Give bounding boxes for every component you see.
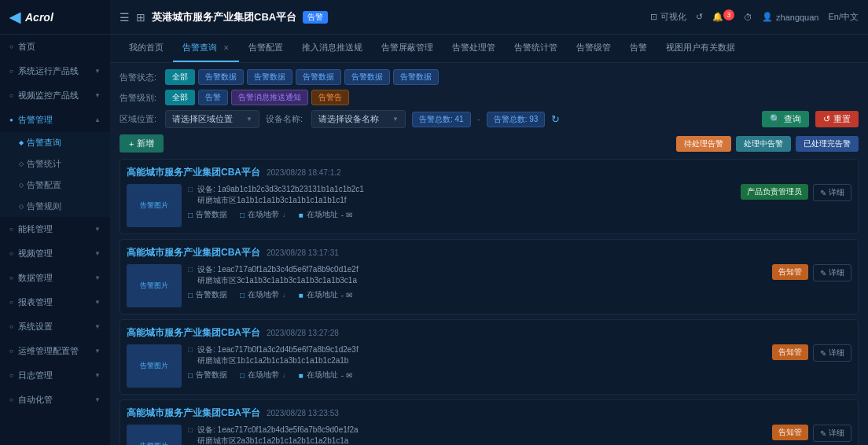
- tab-alarm-query[interactable]: 告警查询✕: [173, 35, 239, 62]
- sidebar-item-system-manage[interactable]: ○系统运行产品线 ▼: [0, 59, 110, 83]
- sidebar-item-device-manage[interactable]: ○视频监控产品线 ▼: [0, 83, 110, 108]
- sub-dot-icon: ◇: [19, 182, 24, 189]
- sidebar-item-label: 报表管理: [18, 296, 53, 308]
- tab-label: 告警级管: [576, 42, 611, 53]
- edit-button[interactable]: ✎ 详细: [813, 184, 851, 201]
- sidebar-item-log-manage[interactable]: ○日志管理 ▼: [0, 363, 110, 388]
- address-label: 在场地址: [307, 370, 338, 381]
- device-id: 设备: 1a9ab1c1b2c3d3c312b23131b1a1c1b2c1: [197, 184, 364, 195]
- level-tag-warn[interactable]: 告警告: [311, 90, 349, 105]
- tab-alarm-push-rules[interactable]: 推入消息推送规: [292, 35, 372, 62]
- level-tag-all2[interactable]: 全部: [165, 90, 195, 105]
- address-icon: ■: [299, 371, 303, 380]
- list-item-title[interactable]: 高能城市服务产业集团CBA平台: [127, 326, 260, 340]
- tab-alarm-process[interactable]: 告警处理管: [443, 35, 505, 62]
- tab-alarm-stats[interactable]: 告警统计管: [505, 35, 567, 62]
- thumb-label: 告警图片: [140, 441, 168, 445]
- list-item-title[interactable]: 高能城市服务产业集团CBA平台: [127, 166, 260, 179]
- status-button[interactable]: 告知管: [772, 425, 808, 440]
- sidebar-sub-alarm-config[interactable]: ◇告警配置: [0, 175, 110, 196]
- edit-button[interactable]: ✎ 详细: [813, 344, 851, 362]
- sidebar-item-label: 视频监控产品线: [18, 90, 79, 101]
- sidebar-item-alarm-manage[interactable]: ●告警管理 ▲: [0, 108, 110, 132]
- list-item-title[interactable]: 高能城市服务产业集团CBA平台: [127, 406, 260, 420]
- list-item-title[interactable]: 高能城市服务产业集团CBA平台: [127, 246, 260, 259]
- sidebar-item-system-settings[interactable]: ○系统设置 ▼: [0, 314, 110, 339]
- user-icon: 👤: [762, 12, 773, 22]
- device-desc: 研磨城市区3c1a1b3c1a1b3c1a1b3c1a1b3c1a: [197, 275, 359, 286]
- legend-row: 待处理告警处理中告警已处理完告警: [676, 136, 859, 152]
- status-tag-unread[interactable]: 告警数据: [198, 69, 244, 85]
- list-item-thumbnail: 告警图片: [127, 344, 182, 388]
- reset-icon: ↺: [823, 114, 830, 124]
- type-label: 告警数据: [196, 370, 227, 381]
- sidebar-item-label: 首页: [18, 41, 35, 53]
- level-tag-alarm-type[interactable]: 告警消息推送通知: [231, 90, 308, 105]
- tab-ops[interactable]: 告警: [620, 35, 657, 62]
- sidebar-item-video-manage[interactable]: ○视频管理 ▼: [0, 241, 110, 266]
- thumb-bg: 告警图片: [127, 184, 182, 227]
- status-tag-closed[interactable]: 告警数据: [393, 69, 439, 85]
- add-button[interactable]: + 新增: [120, 134, 164, 153]
- notification-btn[interactable]: 🔔 3: [712, 12, 734, 22]
- tab-user-data[interactable]: 视图用户有关数据: [657, 35, 745, 62]
- edit-button[interactable]: ✎ 详细: [813, 264, 851, 281]
- detail-location[interactable]: □ 在场地带 ↓: [240, 209, 286, 220]
- detail-location[interactable]: □ 在场地带 ↓: [240, 370, 286, 381]
- location-dropdown-icon[interactable]: ↓: [282, 211, 286, 219]
- tab-alarm-shield[interactable]: 告警屏蔽管理: [372, 35, 443, 62]
- sidebar-item-energy-manage[interactable]: ○能耗管理 ▼: [0, 217, 110, 241]
- sidebar-item-auto-manage[interactable]: ○自动化管 ▼: [0, 388, 110, 412]
- sidebar-item-ops-manage[interactable]: ○运维管理配置管 ▼: [0, 339, 110, 363]
- sidebar-sub-alarm-query[interactable]: ◆告警查询: [0, 132, 110, 153]
- add-icon: +: [129, 139, 134, 149]
- table-row: 高能城市服务产业集团CBA平台 2023/08/28 13:17:31 告警图片…: [120, 239, 859, 314]
- address-icon: ■: [299, 211, 303, 219]
- monitor-btn[interactable]: ⊡ 可视化: [650, 11, 686, 23]
- list-item-header: 高能城市服务产业集团CBA平台 2023/08/28 13:23:53: [127, 406, 851, 420]
- lang-btn[interactable]: En/中文: [828, 11, 859, 23]
- list-item-info: □ 设备: 1a9ab1c1b2c3d3c312b23131b1a1c1b2c1…: [188, 184, 734, 227]
- sidebar-item-report-manage[interactable]: ○报表管理 ▼: [0, 290, 110, 314]
- tab-home[interactable]: 我的首页: [120, 35, 173, 62]
- chevron-down-icon: ▼: [94, 348, 101, 355]
- refresh-button[interactable]: ↻: [551, 113, 560, 125]
- detail-type: □ 告警数据: [188, 209, 227, 220]
- status-button[interactable]: 产品负责管理员: [741, 184, 808, 200]
- sidebar-item-data-manage[interactable]: ○数据管理 ▼: [0, 266, 110, 290]
- chevron-down-icon: ▼: [94, 299, 101, 306]
- sidebar-sub-label: 告警规则: [27, 200, 61, 212]
- status-button[interactable]: 告知管: [772, 344, 808, 360]
- time-btn[interactable]: ⏱: [744, 13, 752, 22]
- query-button[interactable]: 🔍 查询: [762, 111, 809, 127]
- reset-button[interactable]: ↺ 重置: [815, 111, 859, 127]
- device-select[interactable]: 请选择设备名称 ▼: [311, 110, 406, 128]
- status-tag-handled[interactable]: 告警数据: [296, 69, 341, 85]
- status-tag-all[interactable]: 全部: [165, 69, 195, 85]
- status-tag-ignored[interactable]: 告警数据: [344, 69, 390, 85]
- detail-location[interactable]: □ 在场地带 ↓: [240, 289, 286, 300]
- status-tags: 全部告警数据告警数据告警数据告警数据告警数据: [165, 69, 439, 85]
- sidebar: ◀ Acrol ○首页 ○系统运行产品线 ▼ ○视频监控产品线 ▼ ●告警管理 …: [0, 0, 110, 445]
- level-tag-critical[interactable]: 告警: [198, 90, 228, 105]
- thumb-bg: 告警图片: [127, 264, 182, 307]
- tab-alarm-config[interactable]: 告警配置: [239, 35, 292, 62]
- tab-close-icon[interactable]: ✕: [223, 44, 230, 52]
- area-select[interactable]: 请选择区域位置 ▼: [165, 110, 259, 128]
- list-item-header: 高能城市服务产业集团CBA平台 2023/08/28 18:47:1.2: [127, 166, 851, 179]
- sidebar-item-label: 告警管理: [18, 114, 53, 126]
- help-btn[interactable]: ↺: [696, 12, 703, 22]
- status-button[interactable]: 告知管: [772, 264, 808, 280]
- tab-alarm-level[interactable]: 告警级管: [567, 35, 620, 62]
- user-btn[interactable]: 👤 zhangquan: [762, 12, 818, 22]
- sidebar-sub-alarm-rules[interactable]: ◇告警规则: [0, 196, 110, 217]
- list-item-time: 2023/08/28 13:27:28: [267, 329, 339, 337]
- location-dropdown-icon[interactable]: ↓: [282, 371, 286, 379]
- sidebar-item-home[interactable]: ○首页: [0, 35, 110, 59]
- menu-icon[interactable]: ☰: [120, 11, 130, 24]
- sidebar-sub-alarm-stats[interactable]: ◇告警统计: [0, 153, 110, 175]
- add-row: + 新增 待处理告警处理中告警已处理完告警: [120, 134, 859, 153]
- location-dropdown-icon[interactable]: ↓: [282, 291, 286, 299]
- status-tag-read[interactable]: 告警数据: [247, 69, 292, 85]
- edit-button[interactable]: ✎ 详细: [813, 425, 851, 442]
